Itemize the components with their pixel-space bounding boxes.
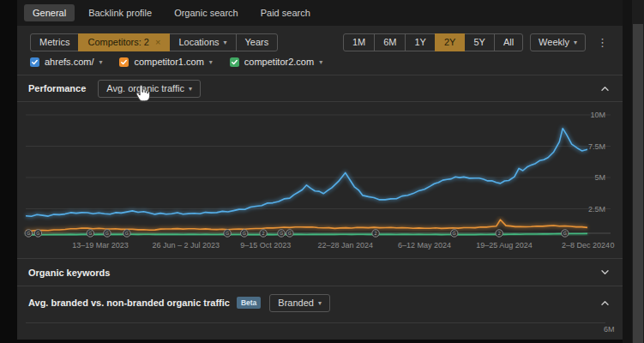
range-6m-button[interactable]: 6M [374, 33, 406, 51]
range-5y-button[interactable]: 5Y [464, 33, 494, 51]
x-axis-tick-label: 13–19 Mar 2023 [72, 241, 129, 250]
domain-toggle-competitor1[interactable]: competitor1.com ▾ [119, 57, 212, 67]
locations-filter-label: Locations [178, 37, 219, 47]
gridline [26, 322, 605, 323]
chevron-down-icon[interactable]: ▾ [319, 58, 322, 66]
panel-gutter [623, 0, 632, 343]
organic-keywords-title: Organic keywords [28, 268, 110, 278]
performance-chart[interactable]: 10M7.5M5M2.5M013–19 Mar 202326 Jun – 2 J… [17, 110, 623, 257]
date-range-controls: 1M 6M 1Y 2Y 5Y All Weekly▾ ⋮ [343, 33, 611, 51]
range-all-button[interactable]: All [494, 33, 523, 51]
performance-section-title: Performance [28, 83, 86, 93]
domain-toggle-competitor2[interactable]: competitor2.com ▾ [230, 57, 322, 67]
google-update-marker-label: G [453, 231, 456, 236]
google-update-marker-label: 2 [498, 231, 501, 236]
metric-dropdown[interactable]: Avg. organic traffic▾ [98, 80, 201, 98]
y-axis-tick-label: 5M [594, 173, 605, 182]
google-update-marker-label: G [563, 231, 567, 236]
google-update-marker-label: G [36, 231, 39, 236]
locations-filter-button[interactable]: Locations▾ [169, 33, 236, 51]
google-update-marker-label: 2 [262, 231, 265, 236]
filter-toolbar: Metrics Competitors: 2× Locations▾ Years… [30, 33, 611, 51]
google-update-marker-label: G [280, 231, 283, 236]
google-update-marker-label: 2 [375, 231, 377, 236]
google-update-marker-label: G [125, 231, 129, 236]
series-glow-ahrefs.com/ [26, 129, 587, 217]
competitors-filter-label: Competitors: 2 [87, 37, 149, 47]
granularity-label: Weekly [539, 37, 569, 47]
divider [17, 101, 623, 102]
series-line-ahrefs.com/[interactable] [26, 129, 587, 217]
range-2y-button-selected[interactable]: 2Y [435, 33, 465, 51]
google-update-marker-label: G [243, 231, 246, 236]
x-axis-tick-label: 9–15 Oct 2023 [240, 241, 291, 250]
close-icon[interactable]: × [155, 37, 160, 47]
domain-toggle-ahrefs[interactable]: ahrefs.com/ ▾ [30, 57, 102, 67]
google-update-marker-label: G [288, 231, 292, 236]
scrollbar[interactable] [632, 0, 644, 343]
range-1m-button[interactable]: 1M [343, 33, 375, 51]
domain-label: ahrefs.com/ [45, 57, 93, 67]
tab-general[interactable]: General [24, 4, 75, 21]
organic-keywords-section-header: Organic keywords [17, 259, 623, 286]
filter-group: Metrics Competitors: 2× Locations▾ Years [30, 33, 278, 51]
check-icon [31, 58, 39, 66]
years-filter-button[interactable]: Years [236, 33, 279, 51]
collapse-section-icon[interactable] [599, 84, 611, 93]
google-update-marker-label: G [226, 231, 229, 236]
x-axis-tick-label: 19–25 Aug 2024 [476, 241, 533, 250]
metrics-filter-button[interactable]: Metrics [30, 33, 79, 51]
chevron-down-icon: ▾ [574, 39, 577, 46]
check-icon [120, 58, 128, 66]
chevron-down-icon: ▾ [318, 299, 322, 307]
domain-toggle-row: ahrefs.com/ ▾ competitor1.com ▾ competit… [30, 54, 322, 69]
tab-paid-search[interactable]: Paid search [252, 4, 319, 21]
x-axis-tick-label: 6–12 May 2024 [398, 241, 451, 250]
competitors-filter-button[interactable]: Competitors: 2× [78, 33, 170, 51]
date-range-group: 1M 6M 1Y 2Y 5Y All [343, 33, 523, 51]
branded-section-header: Avg. branded vs. non-branded organic tra… [17, 286, 623, 319]
metric-dropdown-label: Avg. organic traffic [106, 83, 184, 93]
google-update-marker-label: G [88, 231, 92, 236]
chevron-down-icon: ▾ [189, 85, 192, 93]
branded-section-title: Avg. branded vs. non-branded organic tra… [28, 298, 230, 308]
google-update-marker-label: G [105, 231, 109, 236]
check-icon [231, 58, 238, 66]
beta-badge: Beta [237, 297, 261, 309]
tab-organic-search[interactable]: Organic search [166, 4, 247, 21]
domain-label: competitor2.com [244, 57, 314, 67]
x-axis-tick-label: 26 Jun – 2 Jul 2023 [152, 241, 220, 250]
checkbox-checked-icon[interactable] [230, 57, 239, 67]
range-1y-button[interactable]: 1Y [405, 33, 435, 51]
x-axis-tick-label: 22–28 Jan 2024 [317, 241, 373, 250]
granularity-dropdown[interactable]: Weekly▾ [530, 33, 586, 51]
performance-section-header: Performance Avg. organic traffic▾ [17, 75, 623, 101]
chevron-down-icon[interactable]: ▾ [99, 58, 102, 66]
app-window: General Backlink profile Organic search … [0, 0, 644, 343]
chevron-down-icon[interactable]: ▾ [209, 58, 213, 66]
branded-chart-axis-label: 6M [604, 325, 615, 334]
y-axis-tick-label: 10M [590, 111, 605, 119]
chevron-down-icon: ▾ [224, 39, 227, 46]
y-axis-zero-label: 0 [610, 241, 614, 250]
x-axis-tick-label: 2–8 Dec 2024 [562, 241, 610, 250]
expand-section-icon[interactable] [599, 268, 611, 277]
tab-backlink-profile[interactable]: Backlink profile [80, 4, 160, 21]
checkbox-checked-icon[interactable] [119, 57, 129, 67]
top-tab-bar: General Backlink profile Organic search … [17, 0, 623, 26]
y-axis-tick-label: 2.5M [588, 205, 605, 214]
scrollbar-thumb[interactable] [633, 24, 643, 343]
report-panel: Metrics Competitors: 2× Locations▾ Years… [17, 26, 623, 340]
domain-label: competitor1.com [134, 57, 203, 67]
kebab-menu-icon[interactable]: ⋮ [594, 36, 611, 49]
checkbox-checked-icon[interactable] [30, 57, 39, 67]
branded-dropdown[interactable]: Branded▾ [269, 294, 330, 312]
y-axis-tick-label: 7.5M [588, 142, 605, 151]
collapse-section-icon[interactable] [599, 298, 611, 308]
branded-dropdown-label: Branded [278, 298, 314, 308]
google-update-marker-label: G [27, 231, 30, 236]
